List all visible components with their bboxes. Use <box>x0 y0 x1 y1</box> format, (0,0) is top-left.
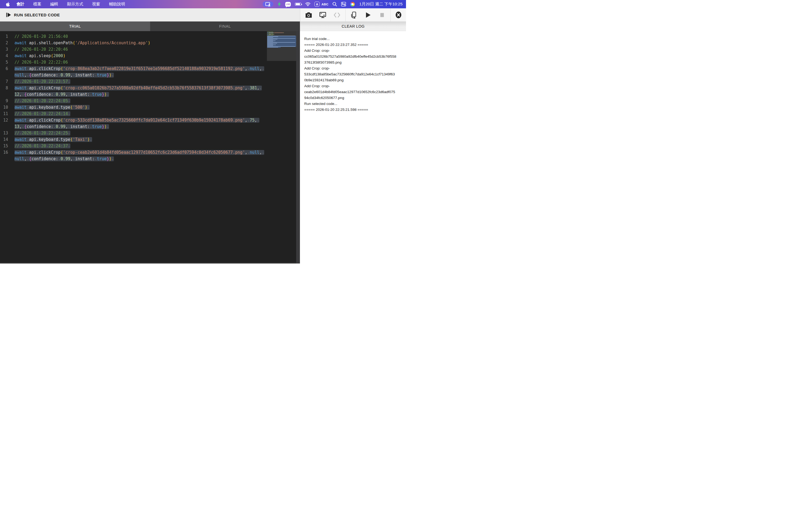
camera-icon <box>305 12 312 18</box>
code-brackets-icon <box>334 12 340 18</box>
code-line: 15// 2026-01-20 22:24:37 <box>0 143 267 149</box>
code-line: 9// 2026-01-20 22:24:05 <box>0 98 267 104</box>
run-selected-icon <box>6 12 11 17</box>
battery-icon[interactable] <box>295 3 301 6</box>
line-number: 13 <box>0 130 14 136</box>
code-line: 14await api.keyboard.type('Taxi') <box>0 136 267 143</box>
line-number: 9 <box>0 98 14 104</box>
menu-item-1[interactable]: 會計 <box>16 2 25 7</box>
run-group <box>346 8 391 21</box>
line-number: 7 <box>0 78 14 85</box>
lightning-bolt-icon[interactable] <box>277 1 281 7</box>
line-number: 4 <box>0 52 14 59</box>
code-line: 16await api.clickCrop('crop-ceab2e601d4b… <box>0 149 267 162</box>
close-icon <box>395 11 402 18</box>
play-button[interactable] <box>362 10 374 21</box>
play-icon <box>365 12 371 18</box>
stop-button[interactable] <box>376 10 388 21</box>
code-text: await api.clickCrop('crop-533cdf138a85be… <box>14 117 265 130</box>
replay-button[interactable] <box>348 10 360 21</box>
tab-final[interactable]: FINAL <box>150 21 300 31</box>
menu-item-5[interactable]: 視窗 <box>92 2 100 7</box>
editor-toolbar: RUN SELECTED CODE <box>0 8 300 21</box>
tab-trial[interactable]: TRIAL <box>0 21 150 31</box>
code-line: 10await api.keyboard.type('500') <box>0 104 267 110</box>
log-line: 94c0d34fc62050677.png <box>304 95 402 101</box>
line-number: 1 <box>0 33 14 40</box>
clear-log-button[interactable]: CLEAR LOG <box>300 21 406 31</box>
log-line: Add Crop: crop- <box>304 83 402 89</box>
code-view-button[interactable] <box>331 10 343 21</box>
wifi-icon[interactable] <box>305 2 310 6</box>
screen-mirroring-icon[interactable] <box>263 1 273 7</box>
apple-menu[interactable] <box>3 2 12 7</box>
code-text: // 2026-01-20 22:24:05 <box>14 98 265 104</box>
screen-capture-button[interactable] <box>317 10 329 21</box>
search-icon[interactable] <box>332 2 337 6</box>
log-line: cc065a01026b7527a5980a92dfb40effe45d2cb5… <box>304 54 402 60</box>
code-text: // 2026-01-20 22:22:06 <box>14 59 265 65</box>
code-line: 2await api.shell.openPath('/Applications… <box>0 40 267 46</box>
log-line: Add Crop: crop- <box>304 48 402 54</box>
code-text: await api.sleep(2000) <box>14 52 265 59</box>
menu-item-4[interactable]: 顯示方式 <box>67 2 83 7</box>
line-number: 15 <box>0 143 14 149</box>
status-tray: LINE A ABC 1月20日 週二 下午10:25 <box>263 1 403 7</box>
code-line: 5// 2026-01-20 22:22:06 <box>0 59 267 65</box>
line-number: 6 <box>0 65 14 78</box>
right-toolbar <box>300 8 406 21</box>
colorful-app-icon[interactable] <box>350 2 355 6</box>
code-text: // 2026-01-20 22:24:25 <box>14 130 265 136</box>
minimap[interactable] <box>267 31 296 264</box>
log-line: Run selected code... <box>304 101 402 107</box>
code-line: 12await api.clickCrop('crop-533cdf138a85… <box>0 117 267 130</box>
code-line: 4await api.sleep(2000) <box>0 52 267 59</box>
menu-item-2[interactable]: 檔案 <box>33 2 41 7</box>
line-number: 8 <box>0 85 14 98</box>
code-text: await api.shell.openPath('/Applications/… <box>14 40 265 46</box>
code-area[interactable]: 1// 2026-01-20 21:56:402await api.shell.… <box>0 31 267 162</box>
code-line: 6await api.clickCrop('crop-868ea3ab2cf7a… <box>0 65 267 78</box>
replay-device-icon <box>351 12 357 18</box>
code-line: 7// 2026-01-20 22:23:57 <box>0 78 267 85</box>
input-abc-label[interactable]: ABC <box>321 3 329 6</box>
log-line: Run trial code... <box>304 36 402 42</box>
menu-item-3[interactable]: 編輯 <box>50 2 58 7</box>
code-text: // 2026-01-20 22:24:37 <box>14 143 265 149</box>
display-capture-icon <box>319 12 326 18</box>
code-text: await api.keyboard.type('500') <box>14 104 265 110</box>
editor-bottom-strip <box>0 262 296 264</box>
line-number: 5 <box>0 59 14 65</box>
input-source-icon[interactable]: A <box>315 2 320 7</box>
code-text: // 2026-01-20 22:23:57 <box>14 78 265 85</box>
log-panel: Run trial code...===== 2026-01-20 22:23:… <box>300 31 406 264</box>
code-line: 1// 2026-01-20 21:56:40 <box>0 33 267 40</box>
code-text: // 2026-01-20 22:24:14 <box>14 110 265 117</box>
capture-group <box>300 8 346 21</box>
log-line: ceab2e601d4b84fd05eaac12977d10652fc6c23d… <box>304 89 402 95</box>
code-text: await api.clickCrop('crop-ceab2e601d4b84… <box>14 149 265 162</box>
run-selected-code-button[interactable]: RUN SELECTED CODE <box>14 13 60 17</box>
stop-icon <box>380 13 384 17</box>
menubar-clock[interactable]: 1月20日 週二 下午10:25 <box>359 2 403 7</box>
code-line: 13// 2026-01-20 22:24:25 <box>0 130 267 136</box>
code-line: 11// 2026-01-20 22:24:14 <box>0 110 267 117</box>
log-line: ===== 2026-01-20 22:23:27.352 ===== <box>304 42 402 48</box>
camera-button[interactable] <box>303 10 315 21</box>
line-number: 2 <box>0 40 14 46</box>
editor-right-gutter <box>296 31 300 264</box>
line-number: 3 <box>0 46 14 52</box>
log-line: 533cdf138a85be5ac7325660ffc7da912e64c1cf… <box>304 71 402 77</box>
log-line: ===== 2026-01-20 22:25:21.598 ===== <box>304 107 402 113</box>
control-center-icon[interactable] <box>341 2 346 6</box>
tab-bar: TRIAL FINAL <box>0 21 300 31</box>
minimap-rows <box>267 32 296 48</box>
code-line: 3// 2026-01-20 22:20:46 <box>0 46 267 52</box>
menu-item-6[interactable]: 輔助說明 <box>109 2 125 7</box>
code-editor[interactable]: 1// 2026-01-20 21:56:402await api.shell.… <box>0 31 300 264</box>
display-person-icon <box>265 2 271 6</box>
close-button[interactable] <box>393 10 404 21</box>
line-app-icon[interactable]: LINE <box>285 2 291 7</box>
input-letter: A <box>316 3 318 6</box>
line-number: 16 <box>0 149 14 162</box>
